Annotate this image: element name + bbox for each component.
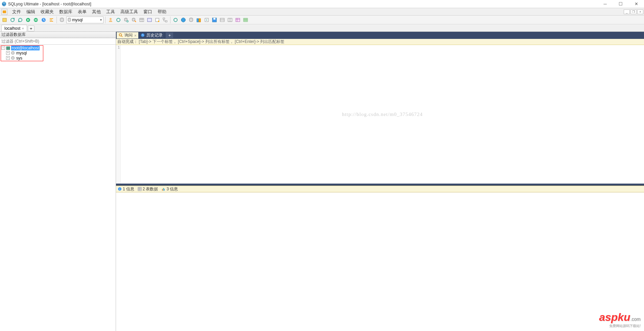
query-icon [119,33,123,38]
refresh-all-icon[interactable] [115,17,122,23]
line-gutter: 1 [116,45,121,184]
mdi-minimize-button[interactable]: _ [624,9,630,14]
server-icon [6,46,10,50]
menu-tools[interactable]: 工具 [104,9,118,15]
minimize-button[interactable]: ─ [597,0,613,8]
svg-rect-31 [244,18,248,22]
result-tab-data[interactable]: 2 表数据 [136,186,160,192]
grid3-icon[interactable] [234,17,241,23]
close-icon[interactable]: × [134,33,136,38]
toolbar-separator [105,17,106,23]
expand-icon[interactable]: + [6,51,10,55]
connection-tab-label: localhost [4,26,20,31]
schedule-icon[interactable] [40,17,47,23]
expand-icon[interactable]: + [6,56,10,60]
filter-input[interactable] [0,38,116,45]
mdi-close-button[interactable]: × [637,9,643,14]
history-tab[interactable]: 历史记录 [139,32,165,39]
grid4-icon[interactable] [242,17,249,23]
svg-point-2 [11,18,14,22]
database-icon [10,56,15,60]
menu-help[interactable]: 帮助 [155,9,169,15]
menu-file[interactable]: 文件 [9,9,24,15]
chevron-down-icon: ▼ [99,18,102,22]
format-icon[interactable] [48,17,55,23]
title-text: SQLyog Ultimate - [localhost - root@loca… [8,2,91,6]
menu-adv-tools[interactable]: 高级工具 [118,9,141,15]
maximize-button[interactable]: ☐ [613,0,628,8]
collapse-icon[interactable]: − [1,46,5,50]
grid1-icon[interactable] [219,17,226,23]
tree-root[interactable]: − root@localhost [1,45,114,50]
db-alter-icon[interactable] [131,17,137,23]
menu-bar: 文件 编辑 收藏夹 数据库 表单 其他 工具 高级工具 窗口 帮助 _ ❐ × [0,8,644,16]
hint-part: [Tab]-> 下一个标签， [139,39,177,45]
query-tab-label: 询问 [124,32,133,38]
sync-icon[interactable] [188,17,194,23]
table-create-icon[interactable] [138,17,145,23]
svg-rect-28 [220,18,224,22]
result-tab-info[interactable]: i 1 信息 [116,186,136,192]
refresh-obj-icon[interactable] [172,17,179,23]
db-cylinder-icon[interactable] [59,17,65,23]
add-query-tab-button[interactable]: + [166,32,173,38]
svg-rect-23 [197,19,199,22]
hint-part: [Ctrl+Space]-> 列出所有标签， [178,39,234,45]
result-panel [116,192,644,331]
svg-rect-18 [163,18,165,19]
grid2-icon[interactable] [227,17,233,23]
menu-table[interactable]: 表单 [75,9,89,15]
info-icon: i [118,187,122,191]
refresh-all-icon[interactable] [17,17,24,23]
svg-rect-19 [165,21,167,22]
system-menu-icon[interactable] [1,9,7,15]
svg-rect-0 [3,10,6,13]
app-icon [1,1,7,7]
db-create-icon[interactable] [123,17,130,23]
new-conn-icon[interactable] [1,17,8,23]
cylinder-icon [67,18,71,22]
close-icon[interactable]: × [22,26,24,30]
watermark-text: http://blog.csdn.net/m0_37546724 [342,112,423,117]
play-next-icon[interactable] [32,17,39,23]
refresh-icon[interactable] [9,17,16,23]
schema-tree[interactable]: − root@localhost + mysql + sys [0,45,116,331]
svg-point-9 [110,18,112,20]
node-label: mysql [16,51,27,55]
database-select[interactable]: mysql ▼ [66,17,104,23]
menu-edit[interactable]: 编辑 [24,9,38,15]
user-icon[interactable] [107,17,114,23]
backup-icon[interactable] [196,17,202,23]
svg-point-36 [119,33,122,36]
connection-tab[interactable]: localhost × [1,25,27,31]
tree-database[interactable]: + mysql [1,50,114,55]
connection-tabs: localhost × + [0,24,644,32]
menu-database[interactable]: 数据库 [56,9,75,15]
svg-point-17 [158,21,159,22]
query-tab[interactable]: 询问 × [117,32,139,39]
view-icon[interactable] [146,17,153,23]
code-input[interactable]: http://blog.csdn.net/m0_37546724 [121,45,644,184]
export-icon[interactable] [203,17,210,23]
relations-icon[interactable] [162,17,168,23]
globe-icon[interactable] [180,17,187,23]
query-editor[interactable]: 1 http://blog.csdn.net/m0_37546724 [116,45,644,184]
play-icon[interactable] [25,17,31,23]
svg-rect-14 [140,18,144,22]
svg-rect-32 [6,47,10,48]
result-tab-info2[interactable]: 3 信息 [160,186,180,192]
tree-database[interactable]: + sys [1,55,114,61]
svg-rect-33 [6,48,10,50]
menu-window[interactable]: 窗口 [141,9,155,15]
save-grid-icon[interactable] [211,17,218,23]
history-tab-label: 历史记录 [146,32,163,38]
menu-favorites[interactable]: 收藏夹 [38,9,56,15]
close-button[interactable]: ✕ [628,0,644,8]
result-tab-label: 表数据 [146,186,158,192]
main-panel: 询问 × 历史记录 + 自动完成： [Tab]-> 下一个标签， [Ctrl+S… [116,32,644,331]
mdi-restore-button[interactable]: ❐ [630,9,637,14]
menu-other[interactable]: 其他 [89,9,104,15]
autocomplete-hint: 自动完成： [Tab]-> 下一个标签， [Ctrl+Space]-> 列出所有… [116,39,644,45]
add-connection-button[interactable]: + [28,25,34,31]
index-icon[interactable] [154,17,161,23]
